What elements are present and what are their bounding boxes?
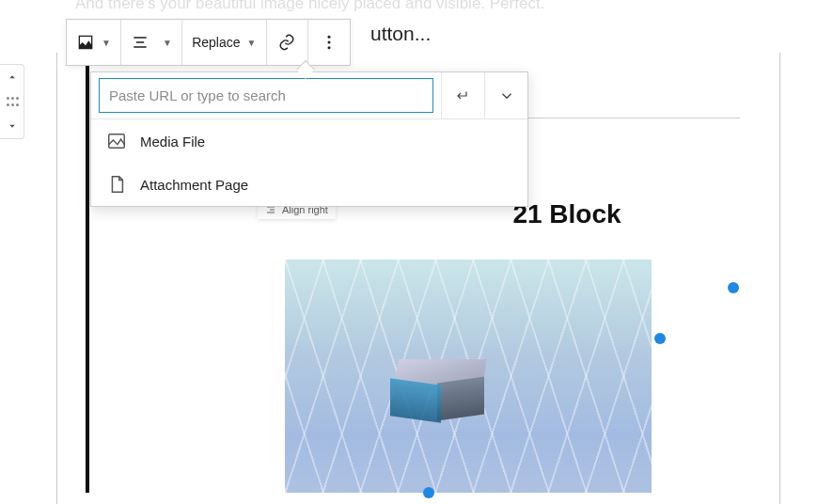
image-placeholder-3d-tiles	[285, 260, 652, 493]
resize-handle-bottom[interactable]	[423, 487, 434, 498]
caret-down-icon: ▼	[247, 38, 257, 48]
replace-label: Replace	[192, 35, 240, 50]
resize-handle-right[interactable]	[654, 333, 666, 344]
chevron-up-icon	[6, 71, 19, 84]
resize-handle-side[interactable]	[728, 282, 739, 293]
cropped-paragraph: And there's your beautiful image nicely …	[75, 0, 544, 13]
link-suggestion-media-file[interactable]: Media File	[91, 119, 527, 163]
caret-down-icon: ▼	[163, 38, 172, 48]
image-cube	[396, 359, 484, 423]
link-button[interactable]	[267, 20, 308, 65]
page-icon	[106, 174, 127, 195]
more-options-button[interactable]	[308, 20, 350, 65]
link-submit-button[interactable]	[441, 72, 484, 118]
enter-icon	[455, 87, 472, 104]
align-center-icon	[131, 33, 149, 52]
link-popover: Media File Attachment Page	[90, 71, 528, 207]
cropped-caption: utton...	[370, 23, 431, 45]
svg-point-2	[327, 46, 330, 49]
link-suggestion-attachment-page[interactable]: Attachment Page	[91, 163, 527, 206]
chevron-down-icon	[498, 87, 515, 104]
drag-handle-icon	[6, 96, 18, 107]
svg-point-0	[327, 36, 330, 39]
link-suggestion-label: Attachment Page	[140, 177, 248, 193]
image-block[interactable]	[285, 260, 652, 493]
chevron-down-icon	[6, 119, 19, 133]
link-suggestion-label: Media File	[140, 134, 205, 150]
block-toolbar: ▼ ▼ Replace ▼	[66, 19, 351, 66]
block-selection-indicator	[86, 51, 89, 493]
link-input-row	[91, 72, 527, 119]
link-settings-toggle[interactable]	[484, 72, 527, 118]
image-icon	[76, 33, 95, 52]
block-type-button[interactable]: ▼	[67, 20, 121, 65]
caret-down-icon: ▼	[102, 38, 111, 48]
block-navigator-nub[interactable]	[0, 64, 24, 139]
svg-point-1	[327, 41, 330, 44]
more-vertical-icon	[320, 33, 338, 52]
link-icon	[277, 33, 296, 52]
replace-button[interactable]: Replace ▼	[182, 20, 267, 65]
align-button[interactable]: ▼	[121, 20, 182, 65]
media-icon	[106, 131, 127, 151]
link-url-input[interactable]	[99, 78, 433, 113]
